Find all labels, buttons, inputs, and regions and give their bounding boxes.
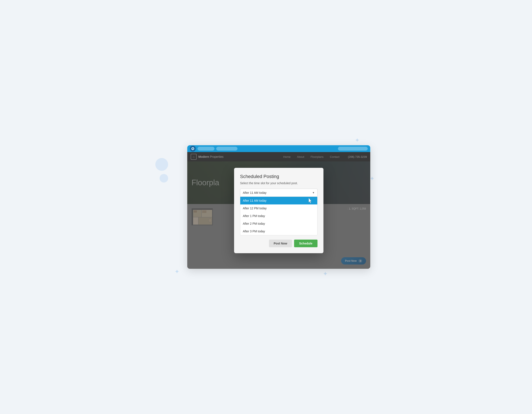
browser-content: ⌂ Modern Properties Home About Floorplan… xyxy=(187,152,370,269)
dropdown-option-4[interactable]: After 3 PM today xyxy=(240,227,317,235)
browser-window: ⌂ Modern Properties Home About Floorplan… xyxy=(187,145,370,269)
browser-pill-2 xyxy=(216,147,238,151)
deco-star-4: ✦ xyxy=(323,270,328,277)
modal-footer: Post Now Schedule xyxy=(240,240,317,247)
time-slot-dropdown[interactable]: After 11 AM today ▼ xyxy=(240,189,317,197)
modal-overlay: Scheduled Posting Select the time slot f… xyxy=(187,152,370,269)
browser-pill-1 xyxy=(198,147,215,151)
dropdown-option-1[interactable]: After 12 PM today xyxy=(240,205,317,212)
modal-subtitle: Select the time slot for your scheduled … xyxy=(240,181,317,185)
modal-title: Scheduled Posting xyxy=(240,174,317,179)
scheduled-posting-modal: Scheduled Posting Select the time slot f… xyxy=(234,168,323,253)
dropdown-options-list: After 11 AM today After 12 PM today Afte… xyxy=(240,197,317,235)
dropdown-option-3[interactable]: After 2 PM today xyxy=(240,220,317,227)
browser-pill-right xyxy=(338,147,368,151)
dropdown-option-2[interactable]: After 1 PM today xyxy=(240,212,317,220)
deco-star-2: ✦ xyxy=(370,175,375,182)
deco-circle-2 xyxy=(160,174,168,183)
schedule-button[interactable]: Schedule xyxy=(294,240,317,247)
deco-star-1: ✦ xyxy=(355,137,360,144)
browser-logo[interactable] xyxy=(190,146,196,152)
post-now-button[interactable]: Post Now xyxy=(269,240,292,247)
chevron-down-icon: ▼ xyxy=(312,191,315,194)
deco-circle-1 xyxy=(155,158,168,171)
browser-top-bar xyxy=(187,145,370,152)
dropdown-option-0[interactable]: After 11 AM today xyxy=(240,197,317,205)
outer-wrapper: ✦ ✦ ✦ ✦ ⌂ Modern Properties xyxy=(162,132,370,282)
deco-star-3: ✦ xyxy=(174,268,179,275)
dropdown-selected-value: After 11 AM today xyxy=(243,191,266,194)
